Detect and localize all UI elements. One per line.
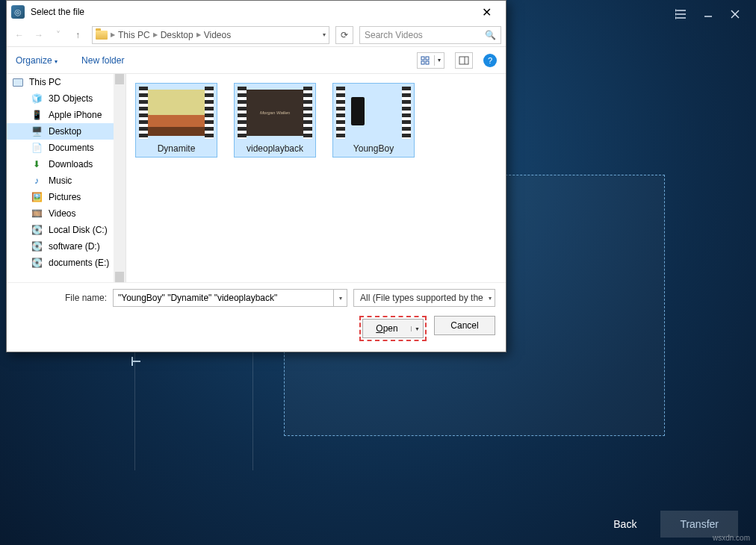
crumb-sep-icon: ▶ [111, 31, 115, 38]
forward-nav-icon[interactable]: → [31, 27, 47, 43]
up-nav-icon[interactable]: ↑ [69, 27, 86, 43]
filename-label: File name: [17, 293, 107, 303]
filename-input[interactable] [113, 289, 334, 307]
crumb-this-pc[interactable]: This PC [118, 30, 150, 40]
tree-item-3d-objects[interactable]: 🧊3D Objects [7, 90, 126, 107]
download-icon: ⬇ [31, 159, 43, 169]
tree-item-music[interactable]: ♪Music [7, 172, 126, 189]
svg-rect-10 [426, 57, 429, 60]
open-split-icon[interactable]: ▼ [411, 326, 423, 331]
file-videoplayback[interactable]: Morgan Wallen videoplayback [234, 83, 316, 158]
minimize-button[interactable] [695, 5, 722, 23]
search-input[interactable] [365, 30, 485, 40]
file-dynamite[interactable]: Dynamite [135, 83, 217, 158]
crumb-videos[interactable]: Videos [204, 30, 231, 40]
dialog-navbar: ← → ˅ ↑ ▶ This PC ▶ Desktop ▶ Videos ▾ ⟳… [7, 23, 506, 47]
tree-item-documents[interactable]: 📄Documents [7, 140, 126, 156]
filename-dropdown-icon[interactable]: ▾ [334, 289, 347, 307]
thumbnails-icon [421, 56, 431, 65]
document-icon: 📄 [31, 143, 43, 153]
scrollbar[interactable] [114, 74, 126, 282]
tree-item-local-disk-c[interactable]: 💽Local Disk (C:) [7, 222, 126, 238]
svg-point-5 [675, 17, 676, 19]
list-icon[interactable] [668, 5, 695, 23]
file-list[interactable]: Dynamite Morgan Wallen videoplayback You… [126, 74, 506, 282]
file-youngboy[interactable]: YoungBoy [332, 83, 415, 158]
preview-icon [459, 56, 469, 65]
dialog-bottom: File name: ▾ All (File types supported b… [7, 282, 506, 352]
svg-rect-12 [426, 61, 429, 64]
help-icon[interactable]: ? [483, 54, 497, 67]
crumb-desktop[interactable]: Desktop [161, 30, 193, 40]
open-label: pen [383, 323, 398, 334]
tree-item-videos[interactable]: 🎞️Videos [7, 205, 126, 222]
cancel-button[interactable]: Cancel [434, 316, 495, 335]
back-button[interactable]: Back [603, 512, 647, 536]
search-icon[interactable]: 🔍 [485, 30, 496, 40]
address-dropdown-icon[interactable]: ▾ [323, 31, 326, 38]
cube-icon: 🧊 [31, 93, 43, 104]
disk-icon: 💽 [31, 241, 43, 252]
new-folder-button[interactable]: New folder [81, 55, 124, 66]
tree-root-this-pc[interactable]: This PC [7, 74, 126, 90]
desktop-icon: 🖥️ [31, 126, 43, 137]
crumb-sep-icon: ▶ [196, 31, 201, 38]
tree-item-apple-iphone[interactable]: 📱Apple iPhone [7, 107, 126, 123]
pc-icon [13, 78, 23, 87]
file-type-filter[interactable]: All (File types supported by the ▾ [353, 289, 495, 307]
file-label: Dynamite [139, 143, 214, 154]
dialog-titlebar: Select the file ✕ [7, 1, 506, 23]
dialog-body: This PC 🧊3D Objects 📱Apple iPhone 🖥️Desk… [7, 74, 506, 282]
svg-rect-9 [421, 57, 424, 60]
folder-tree[interactable]: This PC 🧊3D Objects 📱Apple iPhone 🖥️Desk… [7, 74, 126, 282]
folder-icon [96, 31, 108, 40]
open-button[interactable]: Open ▼ [362, 319, 424, 338]
file-label: videoplayback [238, 143, 312, 154]
close-icon[interactable]: ✕ [471, 5, 501, 19]
svg-point-3 [675, 10, 676, 11]
filter-label: All (File types supported by the [360, 293, 483, 303]
refresh-icon[interactable]: ⟳ [335, 26, 353, 44]
app-icon [11, 5, 25, 19]
handle-icon [131, 361, 140, 362]
tree-item-downloads[interactable]: ⬇Downloads [7, 156, 126, 172]
back-nav-icon[interactable]: ← [11, 27, 28, 43]
address-bar[interactable]: ▶ This PC ▶ Desktop ▶ Videos ▾ [92, 26, 329, 44]
dialog-title: Select the file [31, 7, 84, 17]
tree-item-software-d[interactable]: 💽software (D:) [7, 238, 126, 255]
tree-item-documents-e[interactable]: 💽documents (E:) [7, 255, 126, 271]
picture-icon: 🖼️ [31, 192, 43, 202]
video-thumb [336, 87, 411, 139]
app-footer: Back Transfer [0, 503, 756, 545]
watermark: wsxdn.com [713, 534, 750, 542]
tree-item-pictures[interactable]: 🖼️Pictures [7, 189, 126, 205]
chevron-down-icon: ▾ [489, 295, 492, 302]
highlight-box: Open ▼ [359, 316, 427, 341]
disk-icon: 💽 [31, 225, 43, 235]
file-label: YoungBoy [336, 143, 411, 154]
svg-point-4 [675, 13, 676, 15]
recent-chevron-icon[interactable]: ˅ [50, 27, 66, 43]
file-open-dialog: Select the file ✕ ← → ˅ ↑ ▶ This PC ▶ De… [6, 0, 506, 352]
disk-icon: 💽 [31, 258, 43, 268]
video-thumb: Morgan Wallen [238, 87, 312, 139]
svg-rect-13 [459, 57, 468, 64]
svg-rect-11 [421, 61, 424, 64]
video-icon: 🎞️ [31, 208, 43, 219]
view-mode-button[interactable]: ▾ [417, 52, 444, 69]
tree-item-desktop[interactable]: 🖥️Desktop [7, 123, 126, 140]
dialog-toolbar: Organize ▾ New folder ▾ ? [7, 47, 506, 74]
video-thumb [139, 87, 214, 139]
phone-icon: 📱 [31, 110, 43, 120]
close-app-button[interactable] [722, 5, 749, 23]
search-box[interactable]: 🔍 [359, 26, 501, 44]
preview-pane-button[interactable] [455, 52, 473, 69]
organize-menu[interactable]: Organize ▾ [16, 55, 58, 66]
music-icon: ♪ [31, 175, 43, 186]
crumb-sep-icon: ▶ [153, 31, 158, 38]
